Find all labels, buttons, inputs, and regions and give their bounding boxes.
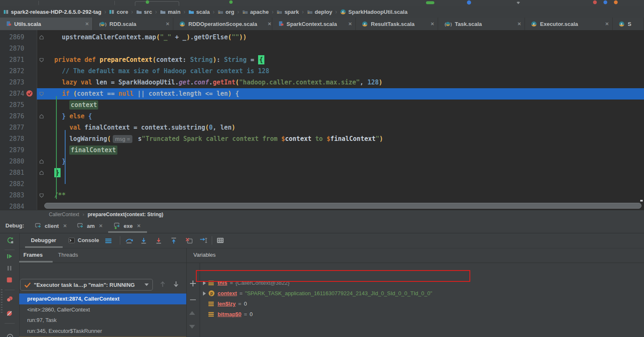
line-number[interactable]: 2882 [0,179,24,190]
line-number[interactable]: 2883 [0,190,24,201]
move-down-button[interactable] [189,325,195,329]
breadcrumb-item[interactable]: spark [276,9,299,15]
fold-marker-icon[interactable] [39,171,44,175]
close-icon[interactable]: ✕ [423,21,434,27]
view-breakpoints-button[interactable] [6,296,13,302]
close-icon[interactable]: ✕ [341,21,352,27]
line-number[interactable]: 2884 [0,201,24,210]
variable-row-len-lzy[interactable]: len$lzy=0 [203,299,247,309]
close-icon[interactable]: ✕ [78,21,89,27]
tool-icon[interactable] [593,0,597,4]
debug-session-tab-client[interactable]: client✕ [35,221,67,231]
frame-row[interactable]: prepareContext:2874, CallerContext [19,294,186,304]
previous-frame-button[interactable] [160,281,165,288]
line-number[interactable]: 2870 [0,43,24,54]
close-icon[interactable]: ✕ [63,223,67,229]
tab-debugger[interactable]: Debugger [31,237,56,243]
line-number[interactable]: 2871 [0,54,24,66]
code-editor[interactable]: 2869 upstreamCallerContext.map("_" + _).… [0,30,644,210]
editor-tab-resulttask-scala[interactable]: cResultTask.scala✕ [356,18,438,30]
line-number[interactable]: 2873 [0,77,24,88]
breadcrumb-method[interactable]: prepareContext(context: String) [88,212,163,217]
line-number[interactable]: 2879 [0,145,24,156]
chevron-down-icon[interactable] [516,2,520,4]
force-step-into-button[interactable] [156,237,162,244]
thread-selector[interactable]: "Executor task la…p "main": RUNNING [20,279,153,291]
breadcrumb-item[interactable]: spark2-release-HDP-2.6.5.0-292-tag [3,9,101,15]
run-icon[interactable] [146,0,149,4]
step-over-button[interactable] [125,237,134,244]
fold-marker-icon[interactable] [39,159,44,164]
resume-icon[interactable] [229,0,233,4]
fold-marker-icon[interactable] [39,114,44,119]
line-number[interactable]: 2876 [0,111,24,122]
close-icon[interactable]: ✕ [137,223,141,229]
line-number[interactable]: 2869 [0,32,24,43]
variable-row-context[interactable]: pcontext="SPARK_TASK_application_1611630… [203,288,432,299]
editor-tab-rdd-scala[interactable]: ()RDD.scala✕ [93,18,173,30]
resume-button[interactable] [7,253,13,259]
fold-marker-icon[interactable] [39,35,44,40]
fold-marker-icon[interactable] [39,58,44,62]
step-out-button[interactable] [171,237,177,244]
tab-console[interactable]: Console [78,237,99,243]
rerun-button[interactable] [7,237,14,244]
stop-button[interactable] [7,277,12,283]
line-number[interactable]: 2875 [0,100,24,111]
expander-icon[interactable] [203,291,208,296]
tool-icon[interactable] [467,0,471,5]
breadcrumb-item[interactable]: src [136,9,152,15]
editor-tab-s[interactable]: cS [613,18,644,30]
close-icon[interactable]: ✕ [99,223,103,229]
layout-menu-icon[interactable] [105,238,112,243]
breadcrumb-item[interactable]: core [109,9,128,15]
fold-marker-icon[interactable] [39,92,44,96]
line-number[interactable]: 2877 [0,122,24,133]
close-icon[interactable]: ✕ [260,21,271,27]
drop-frame-button[interactable] [185,237,193,244]
variable-row-bitmap-0[interactable]: bitmap$0=0 [203,309,253,319]
evaluate-expression-button[interactable] [217,237,224,243]
breadcrumb-item[interactable]: org [218,9,234,15]
line-number[interactable]: 2878 [0,133,24,145]
editor-tab-executor-scala[interactable]: cExecutor.scala✕ [525,18,613,30]
breakpoint-icon[interactable] [26,90,33,97]
next-frame-button[interactable] [173,281,179,288]
tool-icon[interactable] [603,0,607,4]
move-up-button[interactable] [189,311,195,315]
gear-icon[interactable] [6,333,14,337]
breadcrumb-class[interactable]: CallerContext [49,212,79,217]
breadcrumb-item[interactable]: apache [242,9,269,15]
line-number[interactable]: 2881 [0,167,24,179]
line-number[interactable]: 2874 [0,88,24,100]
editor-tab-utils-scala[interactable]: Utils.scala✕ [0,18,93,30]
frame-row[interactable]: run:97, Task [19,315,186,326]
line-number[interactable]: 2880 [0,156,24,167]
editor-tab-sparkcontext-scala[interactable]: SparkContext.scala✕ [272,18,356,30]
breadcrumb-item[interactable]: scala [188,9,210,15]
debug-session-tab-exe[interactable]: exe✕ [114,221,141,231]
tool-icon[interactable] [614,0,618,4]
frame-row[interactable]: <init>:2860, CallerContext [19,304,186,315]
line-number[interactable]: 2872 [0,66,24,77]
run-to-cursor-button[interactable] [200,237,208,243]
tab-frames[interactable]: Frames [23,252,43,258]
close-icon[interactable]: ✕ [158,21,170,27]
editor-tab-task-scala[interactable]: ()Task.scala✕ [438,18,525,30]
frame-row[interactable]: run:345, Executor$TaskRunner [19,326,186,337]
editor-tab-rddoperationscope-scala[interactable]: cRDDOperationScope.scala✕ [173,18,272,30]
close-icon[interactable]: ✕ [510,21,521,27]
horizontal-scrollbar[interactable] [43,202,642,208]
breadcrumb-item[interactable]: main [160,9,180,15]
close-icon[interactable]: ✕ [598,21,609,27]
breadcrumb-item[interactable]: deploy [307,9,332,15]
fold-marker-icon[interactable] [39,193,44,198]
tab-threads[interactable]: Threads [58,252,78,258]
remove-watch-button[interactable] [189,299,197,301]
breadcrumb-item[interactable]: cSparkHadoopUtil.scala [340,9,408,15]
debug-session-tab-am[interactable]: am✕ [77,221,103,231]
run-configuration-combo[interactable] [135,1,179,6]
pause-button[interactable] [7,266,12,271]
mute-breakpoints-button[interactable] [6,310,13,317]
step-into-button[interactable] [141,237,147,244]
